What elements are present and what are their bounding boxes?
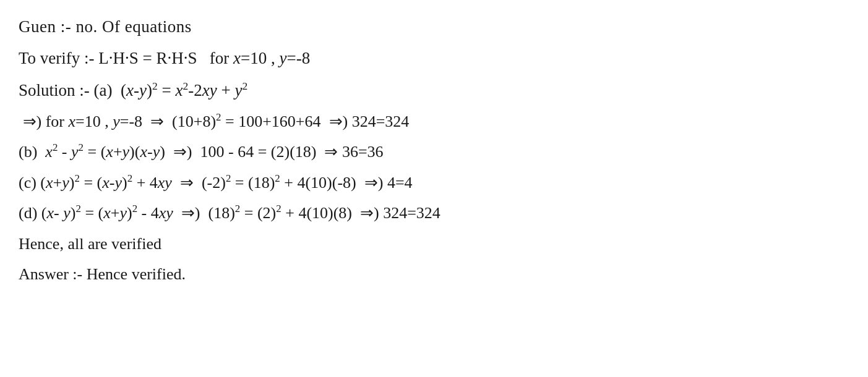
line-given: Guеn :- no. Of equations	[19, 12, 849, 41]
line-part-b: (b) x2 - y2 = (x+y)(x-y) ⇒) 100 - 64 = (…	[19, 138, 849, 166]
page-container: Guеn :- no. Of equations To verify :- L·…	[0, 0, 868, 377]
line-part-c: (c) (x+y)2 = (x-y)2 + 4xy ⇒ (-2)2 = (18)…	[19, 169, 849, 197]
line-hence: Hence, all are verified	[19, 230, 849, 258]
line-part-d: (d) (x- y)2 = (x+y)2 - 4xy ⇒) (18)2 = (2…	[19, 199, 849, 227]
line-to-verify: To verify :- L·H·S = R·H·S for x=10 , y=…	[19, 44, 849, 73]
line-answer: Answer :- Hence verified.	[19, 260, 849, 289]
line-solution: Solution :- (a) (x-y)2 = x2-2xy + y2	[19, 76, 849, 105]
content-area: Guеn :- no. Of equations To verify :- L·…	[19, 12, 849, 289]
line-implies-a: ⇒) for x=10 , y=-8 ⇒ (10+8)2 = 100+160+6…	[19, 108, 849, 136]
